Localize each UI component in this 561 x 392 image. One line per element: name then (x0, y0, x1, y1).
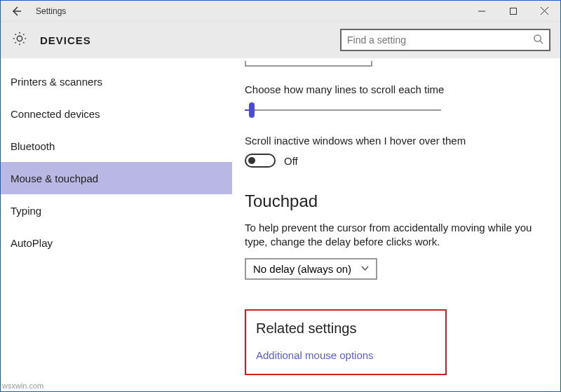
cutoff-dropdown[interactable] (245, 61, 372, 67)
watermark: wsxwin.com (2, 381, 43, 390)
related-settings-heading: Related settings (256, 320, 435, 337)
sidebar-item-connected-devices[interactable]: Connected devices (1, 97, 232, 130)
sidebar-item-label: AutoPlay (11, 237, 53, 249)
header: DEVICES Find a setting (1, 22, 560, 58)
back-button[interactable] (1, 1, 32, 22)
minimize-icon (478, 8, 485, 15)
slider-thumb[interactable] (249, 102, 255, 118)
related-settings-highlight: Related settings Additional mouse option… (245, 309, 447, 375)
touchpad-heading: Touchpad (245, 191, 542, 211)
delay-value: No delay (always on) (253, 263, 351, 275)
sidebar-item-label: Printers & scanners (11, 76, 102, 88)
search-input[interactable]: Find a setting (340, 29, 550, 51)
scroll-lines-label: Choose how many lines to scroll each tim… (245, 83, 542, 95)
sidebar-item-label: Mouse & touchpad (11, 173, 98, 184)
search-icon (533, 34, 543, 46)
inactive-windows-toggle[interactable] (245, 154, 276, 168)
category-title: DEVICES (40, 34, 340, 46)
sidebar-item-label: Bluetooth (11, 140, 55, 152)
sidebar-item-mouse-touchpad[interactable]: Mouse & touchpad (1, 162, 232, 194)
sidebar-item-bluetooth[interactable]: Bluetooth (1, 130, 232, 162)
gear-icon (12, 31, 27, 49)
sidebar: Printers & scanners Connected devices Bl… (1, 58, 232, 391)
window-title: Settings (32, 6, 466, 16)
sidebar-item-label: Typing (11, 205, 41, 217)
sidebar-item-printers-scanners[interactable]: Printers & scanners (1, 65, 232, 97)
sidebar-item-typing[interactable]: Typing (1, 194, 232, 227)
body: Printers & scanners Connected devices Bl… (1, 58, 560, 391)
maximize-button[interactable] (497, 1, 529, 22)
svg-point-4 (534, 35, 541, 41)
search-placeholder: Find a setting (347, 34, 533, 46)
additional-mouse-options-link[interactable]: Additional mouse options (256, 349, 435, 361)
scroll-lines-slider[interactable] (245, 102, 441, 119)
delay-dropdown[interactable]: No delay (always on) (245, 258, 377, 280)
close-button[interactable] (529, 1, 560, 22)
arrow-left-icon (11, 6, 22, 17)
sidebar-item-label: Connected devices (11, 108, 100, 120)
content: Choose how many lines to scroll each tim… (232, 58, 560, 391)
chevron-down-icon (361, 264, 369, 273)
sidebar-item-autoplay[interactable]: AutoPlay (1, 227, 232, 259)
titlebar: Settings (1, 1, 560, 22)
inactive-windows-toggle-row: Off (245, 154, 542, 168)
close-icon (541, 7, 548, 15)
touchpad-description: To help prevent the cursor from accident… (245, 221, 542, 250)
svg-rect-1 (510, 8, 516, 14)
window-controls (466, 1, 560, 22)
maximize-icon (510, 8, 517, 15)
minimize-button[interactable] (466, 1, 497, 22)
toggle-knob (248, 157, 255, 164)
slider-track (245, 109, 441, 111)
inactive-windows-label: Scroll inactive windows when I hover ove… (245, 135, 542, 147)
toggle-state-label: Off (284, 155, 298, 167)
svg-line-5 (540, 41, 543, 43)
